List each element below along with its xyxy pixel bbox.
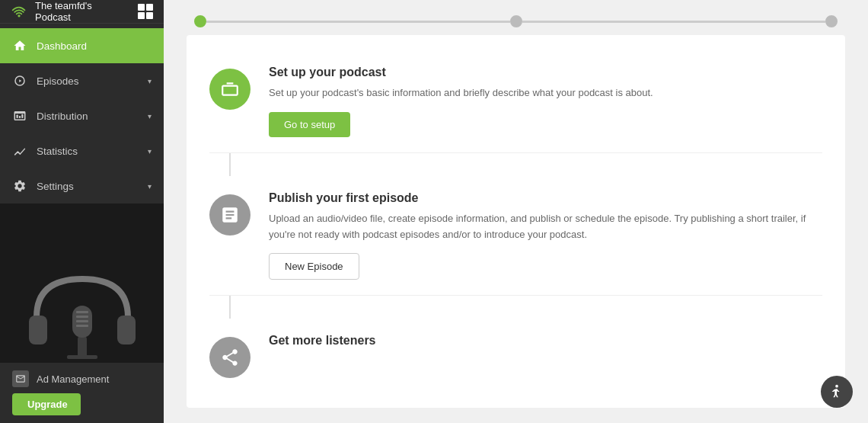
distribution-icon	[12, 108, 27, 123]
step-icon-setup	[209, 69, 251, 110]
sidebar-label-statistics: Statistics	[37, 146, 78, 157]
sidebar: The teamfd's Podcast Dashboard Episodes …	[0, 0, 164, 423]
upgrade-button[interactable]: Upgrade	[12, 393, 81, 415]
progress-dot-3	[825, 15, 838, 27]
svg-rect-12	[76, 325, 88, 327]
sidebar-bottom: Ad Management Upgrade	[0, 363, 164, 423]
sidebar-podcast-title: The teamfd's Podcast	[35, 0, 130, 23]
sidebar-item-dashboard[interactable]: Dashboard	[0, 28, 164, 63]
svg-rect-7	[67, 355, 97, 359]
main-content: Set up your podcast Set up your podcast'…	[164, 0, 868, 423]
step-content-setup: Set up your podcast Set up your podcast'…	[269, 66, 822, 137]
step-title-setup: Set up your podcast	[269, 66, 822, 79]
progress-track	[194, 15, 838, 27]
content-card: Set up your podcast Set up your podcast'…	[187, 35, 845, 408]
progress-area	[164, 0, 868, 35]
step-desc-publish: Upload an audio/video file, create episo…	[269, 211, 822, 243]
steps-container: Set up your podcast Set up your podcast'…	[209, 50, 822, 393]
chevron-icon-episodes: ▾	[148, 77, 152, 85]
svg-rect-1	[17, 115, 18, 119]
sidebar-item-settings[interactable]: Settings ▾	[0, 168, 164, 203]
ad-management-item[interactable]: Ad Management	[12, 370, 152, 387]
sidebar-item-episodes[interactable]: Episodes ▾	[0, 63, 164, 98]
settings-icon	[12, 178, 27, 194]
chevron-icon-statistics: ▾	[148, 147, 152, 155]
sidebar-label-distribution: Distribution	[37, 111, 88, 122]
sidebar-label-dashboard: Dashboard	[37, 40, 87, 52]
accessibility-button[interactable]	[821, 376, 853, 408]
svg-rect-2	[19, 116, 21, 118]
grid-icon[interactable]	[138, 4, 153, 19]
sidebar-background-image	[0, 203, 164, 363]
step-content-publish: Publish your first episode Upload an aud…	[269, 191, 822, 280]
step-item-publish: Publish your first episode Upload an aud…	[209, 176, 822, 296]
step-item-setup: Set up your podcast Set up your podcast'…	[209, 50, 822, 153]
step-connector-2	[229, 296, 231, 319]
ad-management-icon	[12, 370, 29, 387]
chevron-icon-distribution: ▾	[148, 112, 152, 120]
podcast-logo-icon	[11, 3, 27, 20]
step-item-listeners: Get more listeners	[209, 319, 822, 393]
go-to-setup-button[interactable]: Go to setup	[269, 112, 350, 137]
svg-rect-9	[76, 311, 88, 313]
step-content-listeners: Get more listeners	[269, 334, 822, 354]
sidebar-nav: Dashboard Episodes ▾ Distribution ▾ Stat…	[0, 24, 164, 203]
svg-rect-10	[76, 316, 88, 318]
episodes-icon	[12, 73, 27, 88]
chevron-icon-settings: ▾	[148, 182, 152, 191]
sidebar-item-statistics[interactable]: Statistics ▾	[0, 133, 164, 168]
svg-rect-4	[29, 316, 47, 344]
sidebar-label-episodes: Episodes	[37, 75, 79, 87]
sidebar-label-settings: Settings	[37, 181, 74, 192]
progress-dot-1	[194, 15, 206, 27]
sidebar-header: The teamfd's Podcast	[0, 0, 164, 24]
step-title-publish: Publish your first episode	[269, 191, 822, 205]
statistics-icon	[12, 143, 27, 159]
step-icon-publish	[209, 194, 251, 236]
sidebar-item-distribution[interactable]: Distribution ▾	[0, 98, 164, 133]
new-episode-button[interactable]: New Episode	[269, 253, 359, 280]
ad-management-label: Ad Management	[37, 373, 109, 385]
step-connector-1	[229, 153, 231, 176]
home-icon	[12, 38, 27, 53]
svg-rect-5	[117, 316, 136, 344]
step-title-listeners: Get more listeners	[269, 334, 822, 348]
svg-rect-11	[76, 320, 88, 322]
svg-rect-3	[21, 114, 23, 118]
step-desc-setup: Set up your podcast's basic information …	[269, 85, 822, 101]
svg-point-0	[18, 14, 20, 17]
progress-dot-2	[510, 15, 522, 27]
step-icon-listeners	[209, 337, 251, 378]
